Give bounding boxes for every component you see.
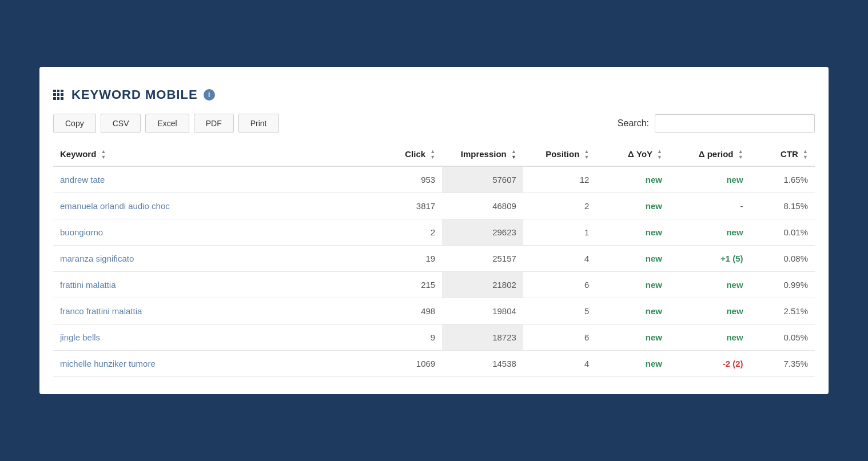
cell-click: 3817	[361, 193, 442, 219]
cell-yoy: new	[596, 246, 669, 272]
table-row: jingle bells9187236newnew0.05%	[53, 324, 815, 351]
keyword-link[interactable]: buongiorno	[60, 227, 103, 237]
keyword-link[interactable]: michelle hunziker tumore	[60, 359, 156, 368]
cell-yoy: new	[596, 219, 669, 246]
cell-period: new	[669, 219, 750, 246]
info-icon[interactable]: i	[204, 89, 215, 101]
sort-arrows-impression: ▲▼	[511, 149, 516, 160]
cell-position: 2	[523, 193, 596, 219]
cell-keyword: andrew tate	[53, 166, 361, 193]
toolbar-buttons: Copy CSV Excel PDF Print	[53, 114, 279, 133]
copy-button[interactable]: Copy	[53, 114, 96, 133]
table-row: emanuela orlandi audio choc3817468092new…	[53, 193, 815, 219]
pdf-button[interactable]: PDF	[194, 114, 234, 133]
table-row: frattini malattia215218026newnew0.99%	[53, 272, 815, 298]
cell-period: new	[669, 298, 750, 324]
cell-keyword: jingle bells	[53, 324, 361, 351]
keyword-link[interactable]: jingle bells	[60, 332, 100, 342]
cell-impression: 21802	[442, 272, 523, 298]
cell-click: 9	[361, 324, 442, 351]
cell-keyword: franco frattini malattia	[53, 298, 361, 324]
cell-position: 12	[523, 166, 596, 193]
cell-impression: 19804	[442, 298, 523, 324]
sort-arrows-position: ▲▼	[584, 149, 589, 160]
cell-period: new	[669, 324, 750, 351]
table-body: andrew tate9535760712newnew1.65%emanuela…	[53, 166, 815, 377]
cell-ctr: 0.05%	[750, 324, 815, 351]
cell-click: 2	[361, 219, 442, 246]
cell-impression: 29623	[442, 219, 523, 246]
cell-ctr: 0.08%	[750, 246, 815, 272]
col-header-position[interactable]: Position ▲▼	[523, 143, 596, 167]
col-header-click[interactable]: Click ▲▼	[361, 143, 442, 167]
cell-impression: 25157	[442, 246, 523, 272]
cell-click: 1069	[361, 351, 442, 377]
cell-yoy: new	[596, 351, 669, 377]
cell-period: new	[669, 272, 750, 298]
csv-button[interactable]: CSV	[101, 114, 141, 133]
cell-impression: 57607	[442, 166, 523, 193]
keyword-link[interactable]: andrew tate	[60, 175, 105, 185]
table-row: michelle hunziker tumore1069145384new-2 …	[53, 351, 815, 377]
cell-keyword: emanuela orlandi audio choc	[53, 193, 361, 219]
col-header-keyword[interactable]: Keyword ▲▼	[53, 143, 361, 167]
search-label: Search:	[618, 118, 649, 129]
sort-arrows-period: ▲▼	[738, 149, 743, 160]
table-row: maranza significato19251574new+1 (5)0.08…	[53, 246, 815, 272]
table-row: andrew tate9535760712newnew1.65%	[53, 166, 815, 193]
keyword-link[interactable]: frattini malattia	[60, 280, 116, 290]
cell-yoy: new	[596, 272, 669, 298]
cell-yoy: new	[596, 166, 669, 193]
table-row: buongiorno2296231newnew0.01%	[53, 219, 815, 246]
cell-ctr: 0.01%	[750, 219, 815, 246]
cell-keyword: frattini malattia	[53, 272, 361, 298]
cell-click: 215	[361, 272, 442, 298]
cell-position: 1	[523, 219, 596, 246]
card-header: KEYWORD MOBILE i	[53, 78, 815, 114]
keyword-link[interactable]: maranza significato	[60, 254, 134, 263]
cell-period: new	[669, 166, 750, 193]
print-button[interactable]: Print	[238, 114, 279, 133]
cell-position: 6	[523, 324, 596, 351]
sort-arrows-yoy: ▲▼	[657, 149, 662, 160]
table-header: Keyword ▲▼ Click ▲▼ Impression ▲▼	[53, 143, 815, 167]
cell-yoy: new	[596, 298, 669, 324]
col-header-ctr[interactable]: CTR ▲▼	[750, 143, 815, 167]
search-input[interactable]	[655, 114, 815, 133]
cell-position: 4	[523, 246, 596, 272]
keyword-link[interactable]: franco frattini malattia	[60, 306, 142, 316]
cell-period: -2 (2)	[669, 351, 750, 377]
main-card: KEYWORD MOBILE i Copy CSV Excel PDF Prin…	[39, 67, 829, 395]
cell-ctr: 8.15%	[750, 193, 815, 219]
col-header-period[interactable]: Δ period ▲▼	[669, 143, 750, 167]
cell-position: 6	[523, 272, 596, 298]
keyword-link[interactable]: emanuela orlandi audio choc	[60, 201, 170, 211]
cell-period: -	[669, 193, 750, 219]
cell-keyword: buongiorno	[53, 219, 361, 246]
cell-ctr: 7.35%	[750, 351, 815, 377]
sort-arrows-keyword: ▲▼	[101, 149, 106, 160]
page-title: KEYWORD MOBILE	[71, 87, 198, 102]
col-header-impression[interactable]: Impression ▲▼	[442, 143, 523, 167]
cell-keyword: maranza significato	[53, 246, 361, 272]
sort-arrows-ctr: ▲▼	[803, 149, 808, 160]
cell-ctr: 1.65%	[750, 166, 815, 193]
cell-click: 498	[361, 298, 442, 324]
search-area: Search:	[618, 114, 815, 133]
cell-keyword: michelle hunziker tumore	[53, 351, 361, 377]
cell-impression: 46809	[442, 193, 523, 219]
table-row: franco frattini malattia498198045newnew2…	[53, 298, 815, 324]
col-header-yoy[interactable]: Δ YoY ▲▼	[596, 143, 669, 167]
cell-impression: 14538	[442, 351, 523, 377]
cell-ctr: 2.51%	[750, 298, 815, 324]
sort-arrows-click: ▲▼	[430, 149, 435, 160]
cell-yoy: new	[596, 324, 669, 351]
cell-position: 5	[523, 298, 596, 324]
cell-impression: 18723	[442, 324, 523, 351]
cell-yoy: new	[596, 193, 669, 219]
cell-click: 19	[361, 246, 442, 272]
cell-position: 4	[523, 351, 596, 377]
grid-icon	[53, 90, 63, 100]
excel-button[interactable]: Excel	[145, 114, 189, 133]
cell-ctr: 0.99%	[750, 272, 815, 298]
